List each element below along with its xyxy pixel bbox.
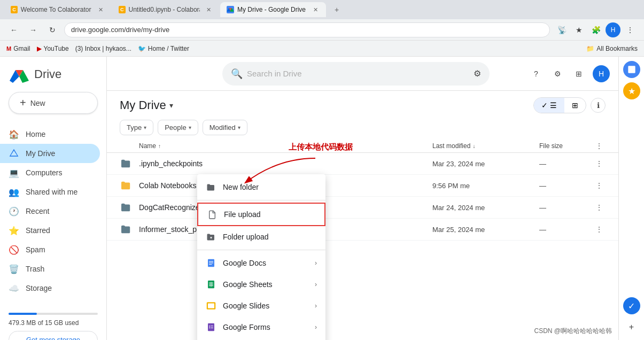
user-avatar[interactable]: H bbox=[593, 65, 610, 82]
col-header-modified[interactable]: Last modified ↓ bbox=[432, 142, 539, 150]
filter-type-arrow: ▾ bbox=[144, 125, 146, 130]
file-more-2[interactable]: ⋮ bbox=[593, 181, 606, 190]
browser-chrome: C Welcome To Colaboratory - ✕ C Untitled… bbox=[0, 0, 644, 57]
bookmark-inbox[interactable]: (3) Inbox | hykaos... bbox=[75, 45, 131, 52]
bookmarks-bar: M Gmail ▶ YouTube (3) Inbox | hykaos... … bbox=[0, 41, 644, 57]
filter-modified-label: Modified bbox=[210, 123, 236, 132]
title-dropdown-arrow[interactable]: ▾ bbox=[169, 101, 173, 110]
tab-colab1[interactable]: C Welcome To Colaboratory - ✕ bbox=[4, 2, 111, 17]
search-filter-icon[interactable]: ⚙ bbox=[474, 68, 481, 79]
list-view-button[interactable]: ✓ ☰ bbox=[534, 98, 564, 113]
tab-label-3: My Drive - Google Drive bbox=[237, 6, 306, 13]
menu-item-file-upload[interactable]: File upload bbox=[197, 203, 325, 226]
grid-view-button[interactable]: ⊞ bbox=[564, 98, 586, 113]
menu-label-google-slides: Google Slides bbox=[223, 302, 308, 310]
table-row[interactable]: DogCatRecognize Mar 24, 2024 me — ⋮ bbox=[107, 197, 618, 219]
menu-item-folder-upload[interactable]: Folder upload bbox=[197, 226, 325, 248]
right-panel-icon-1[interactable] bbox=[623, 61, 640, 78]
spam-icon: 🚫 bbox=[9, 244, 19, 255]
table-row[interactable]: Colab Notebooks 9:56 PM me — ⋮ bbox=[107, 175, 618, 197]
tab-label-2: Untitled0.ipynb - Colaborato bbox=[129, 6, 200, 13]
col-header-more[interactable]: ⋮ bbox=[593, 142, 606, 150]
menu-item-google-forms[interactable]: Google Forms › bbox=[197, 316, 325, 338]
svg-rect-24 bbox=[211, 326, 213, 326]
col-name-label: Name bbox=[139, 142, 156, 150]
extensions-icon[interactable]: 🧩 bbox=[588, 22, 603, 37]
sidebar-item-recent[interactable]: 🕐 Recent bbox=[0, 202, 100, 221]
sidebar-item-storage[interactable]: ☁️ Storage bbox=[0, 279, 100, 298]
bookmark-twitter[interactable]: 🐦 Home / Twitter bbox=[138, 45, 189, 52]
menu-item-google-slides[interactable]: Google Slides › bbox=[197, 295, 325, 316]
back-button[interactable]: ← bbox=[6, 22, 21, 37]
col-header-name[interactable]: Name ↑ bbox=[139, 142, 432, 150]
right-panel-icon-3[interactable]: ✓ bbox=[623, 297, 640, 314]
bookmark-gmail[interactable]: M Gmail bbox=[6, 45, 30, 52]
file-size-1: — bbox=[539, 160, 593, 168]
profile-icon[interactable]: H bbox=[606, 22, 620, 37]
right-panel-icon-4[interactable]: + bbox=[623, 319, 640, 336]
sidebar-item-starred[interactable]: ⭐ Starred bbox=[0, 221, 100, 240]
new-button-label: New bbox=[30, 99, 45, 107]
file-size-2: — bbox=[539, 182, 593, 190]
tab-close-3[interactable]: ✕ bbox=[311, 5, 320, 14]
col-size-label: File size bbox=[539, 142, 563, 150]
svg-point-23 bbox=[209, 326, 210, 327]
bookmark-youtube[interactable]: ▶ YouTube bbox=[37, 45, 69, 52]
file-more-3[interactable]: ⋮ bbox=[593, 203, 606, 212]
cast-icon[interactable]: 📡 bbox=[554, 22, 569, 37]
menu-item-new-folder[interactable]: New folder bbox=[197, 176, 325, 198]
apps-button[interactable]: ⊞ bbox=[571, 66, 586, 81]
tab-favicon-colab1: C bbox=[11, 6, 18, 13]
file-modified-4: Mar 25, 2024 me bbox=[432, 226, 539, 234]
filter-bar: Type ▾ People ▾ Modified ▾ bbox=[107, 118, 618, 140]
tab-drive[interactable]: My Drive - Google Drive ✕ bbox=[220, 2, 326, 17]
file-name-1: .ipynb_checkpoints bbox=[139, 159, 432, 168]
bookmark-all-label: All Bookmarks bbox=[596, 45, 638, 52]
search-bar[interactable]: 🔍 Search in Drive ⚙ bbox=[222, 62, 490, 86]
google-slides-icon bbox=[206, 300, 216, 311]
new-tab-button[interactable]: + bbox=[329, 2, 344, 17]
address-bar[interactable]: drive.google.com/drive/my-drive bbox=[64, 22, 550, 37]
filter-modified[interactable]: Modified ▾ bbox=[203, 120, 247, 135]
menu-item-google-docs[interactable]: Google Docs › bbox=[197, 252, 325, 274]
tab-close-2[interactable]: ✕ bbox=[205, 5, 213, 14]
starred-icon: ⭐ bbox=[9, 225, 19, 236]
file-more-1[interactable]: ⋮ bbox=[593, 159, 606, 168]
search-icon: 🔍 bbox=[231, 68, 243, 80]
get-more-storage-button[interactable]: Get more storage bbox=[9, 331, 98, 340]
sidebar-item-trash[interactable]: 🗑️ Trash bbox=[0, 259, 100, 279]
bookmark-icon[interactable]: ★ bbox=[571, 22, 586, 37]
right-panel: ★ ✓ + bbox=[618, 57, 644, 340]
sidebar-label-my-drive: My Drive bbox=[26, 149, 55, 158]
sidebar-item-my-drive[interactable]: My Drive bbox=[0, 144, 100, 163]
refresh-button[interactable]: ↻ bbox=[45, 22, 60, 37]
sidebar-nav: 🏠 Home My Drive 💻 Computers 👥 Shared wit… bbox=[0, 122, 106, 300]
right-panel-icon-2[interactable]: ★ bbox=[623, 82, 640, 99]
tab-colab2[interactable]: C Untitled0.ipynb - Colaborato ✕ bbox=[112, 2, 219, 17]
file-more-4[interactable]: ⋮ bbox=[593, 225, 606, 234]
sidebar-label-shared: Shared with me bbox=[26, 188, 77, 196]
table-row[interactable]: Informer_stock_pred Mar 25, 2024 me — ⋮ bbox=[107, 219, 618, 241]
filter-people-arrow: ▾ bbox=[189, 125, 191, 130]
menu-divider-1 bbox=[197, 200, 325, 200]
filter-people[interactable]: People ▾ bbox=[158, 120, 198, 135]
nav-bar: ← → ↻ drive.google.com/drive/my-drive 📡 … bbox=[0, 19, 644, 41]
new-button[interactable]: + New bbox=[9, 92, 98, 114]
sidebar-item-computers[interactable]: 💻 Computers bbox=[0, 163, 100, 182]
menu-icon[interactable]: ⋮ bbox=[623, 22, 638, 37]
settings-button[interactable]: ⚙ bbox=[550, 66, 565, 81]
filter-type[interactable]: Type ▾ bbox=[120, 120, 153, 135]
forward-button[interactable]: → bbox=[26, 22, 41, 37]
sidebar-item-spam[interactable]: 🚫 Spam bbox=[0, 240, 100, 259]
bookmark-all[interactable]: 📁 All Bookmarks bbox=[586, 45, 638, 52]
svg-rect-10 bbox=[628, 66, 635, 73]
help-button[interactable]: ? bbox=[529, 66, 544, 81]
table-row[interactable]: .ipynb_checkpoints Mar 23, 2024 me — ⋮ bbox=[107, 153, 618, 175]
tab-close-1[interactable]: ✕ bbox=[97, 5, 105, 14]
menu-item-google-sheets[interactable]: Google Sheets › bbox=[197, 274, 325, 295]
list-view-icon2: ☰ bbox=[550, 101, 557, 110]
folder-icon-1 bbox=[120, 157, 133, 170]
sidebar-item-shared[interactable]: 👥 Shared with me bbox=[0, 182, 100, 202]
sidebar-item-home[interactable]: 🏠 Home bbox=[0, 125, 100, 144]
info-button[interactable]: ℹ bbox=[591, 98, 606, 113]
